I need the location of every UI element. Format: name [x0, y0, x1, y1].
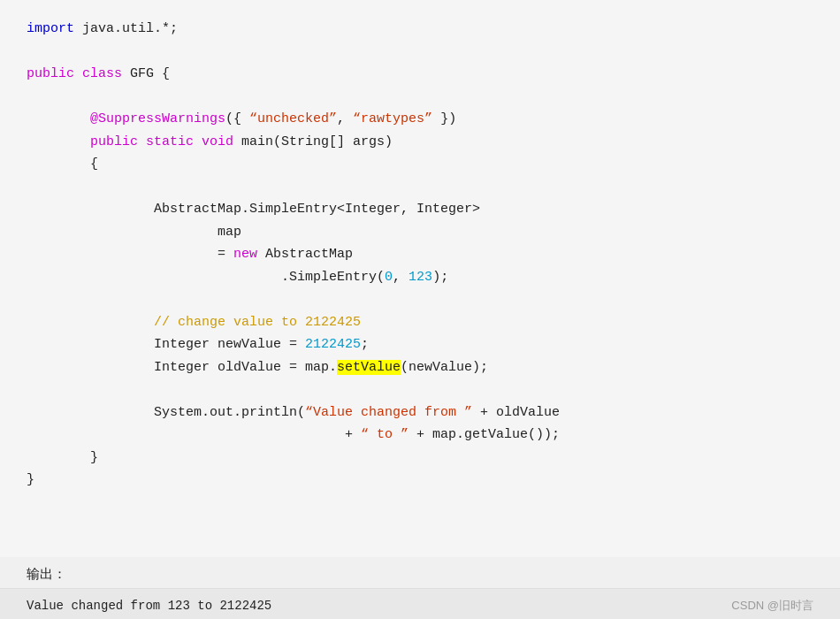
output-label-text: 输出： [27, 568, 66, 583]
code-line-17 [27, 378, 813, 401]
code-line-20: } [27, 447, 813, 470]
code-line-8 [27, 176, 813, 199]
code-line-4 [27, 86, 813, 109]
code-line-9: AbstractMap.SimpleEntry<Integer, Integer… [27, 198, 813, 221]
output-value: Value changed from 123 to 2122425 [27, 599, 271, 613]
code-line-18: System.out.println(“Value changed from ”… [27, 401, 813, 424]
output-bar: Value changed from 123 to 2122425 CSDN @… [0, 588, 840, 619]
code-line-19: + “ to ” + map.getValue()); [27, 424, 813, 447]
code-line-3: public class GFG { [27, 63, 813, 86]
code-line-11: = new AbstractMap [27, 243, 813, 266]
code-line-1: import java.util.*; [27, 18, 813, 41]
code-line-10: map [27, 221, 813, 244]
csdn-watermark: CSDN @旧时言 [731, 598, 813, 614]
code-line-2 [27, 41, 813, 64]
code-line-6: public static void main(String[] args) [27, 131, 813, 154]
output-label: 输出： [0, 557, 840, 588]
code-line-13 [27, 288, 813, 311]
code-line-12: .SimpleEntry(0, 123); [27, 266, 813, 289]
code-line-21: } [27, 469, 813, 492]
code-line-14: // change value to 2122425 [27, 311, 813, 334]
code-line-16: Integer oldValue = map.setValue(newValue… [27, 356, 813, 379]
code-line-15: Integer newValue = 2122425; [27, 333, 813, 356]
code-line-7: { [27, 153, 813, 176]
code-line-5: @SuppressWarnings({ “unchecked”, “rawtyp… [27, 108, 813, 131]
code-block: import java.util.*; public class GFG { @… [0, 0, 840, 557]
